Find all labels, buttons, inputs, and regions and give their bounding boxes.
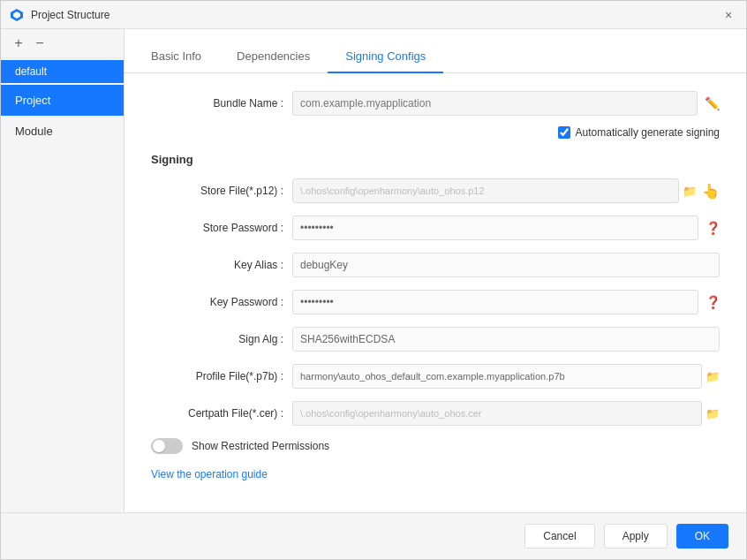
restricted-permissions-row: Show Restricted Permissions (151, 438, 720, 454)
tabs-bar: Basic Info Dependencies Signing Configs (124, 29, 746, 73)
window-title: Project Structure (31, 9, 720, 21)
certpath-file-row: Certpath File(*.cer) : 📁 (151, 401, 720, 426)
store-password-label: Store Password : (151, 222, 292, 234)
sidebar: + − default Project Module (1, 29, 124, 512)
store-password-wrapper: ❓ (292, 216, 720, 240)
apply-button[interactable]: Apply (604, 524, 668, 549)
profile-file-folder-icon[interactable]: 📁 (706, 370, 720, 383)
sign-alg-label: Sign Alg : (151, 333, 292, 345)
key-password-wrapper: ❓ (292, 290, 720, 314)
certpath-file-input[interactable] (292, 401, 702, 426)
sidebar-item-project[interactable]: Project (1, 85, 124, 116)
sidebar-item-module[interactable]: Module (1, 116, 124, 147)
remove-config-button[interactable]: − (31, 34, 49, 52)
bundle-name-label: Bundle Name : (151, 97, 292, 110)
profile-file-input[interactable] (292, 364, 702, 389)
store-file-input-wrapper: 📁 👆 (292, 178, 720, 203)
key-password-input-container (292, 290, 698, 314)
key-password-label: Key Password : (151, 296, 292, 308)
sidebar-controls: + − (1, 29, 124, 58)
sign-alg-row: Sign Alg : (151, 327, 720, 352)
titlebar: Project Structure × (1, 1, 746, 29)
key-password-row: Key Password : ❓ (151, 290, 720, 314)
tab-dependencies[interactable]: Dependencies (219, 41, 328, 73)
store-file-row: Store File(*.p12) : 📁 👆 (151, 178, 720, 203)
operation-guide-link[interactable]: View the operation guide (151, 468, 268, 481)
add-config-button[interactable]: + (10, 34, 27, 52)
store-password-row: Store Password : ❓ (151, 216, 720, 240)
sign-alg-wrapper (292, 327, 720, 352)
signing-config-panel: Bundle Name : ✏️ Automatically generate … (124, 73, 746, 512)
sign-alg-input-container (292, 327, 720, 352)
app-icon (10, 8, 24, 22)
restricted-permissions-label: Show Restricted Permissions (192, 440, 329, 452)
ok-button[interactable]: OK (676, 524, 728, 549)
auto-sign-row: Automatically generate signing (151, 126, 720, 139)
profile-file-label: Profile File(*.p7b) : (151, 370, 292, 382)
auto-sign-label: Automatically generate signing (576, 126, 720, 139)
key-password-input[interactable] (292, 290, 698, 314)
close-button[interactable]: × (720, 6, 737, 24)
bundle-name-row: Bundle Name : ✏️ (151, 91, 720, 116)
certpath-file-wrapper: 📁 (292, 401, 720, 426)
store-password-help-icon[interactable]: ❓ (706, 221, 720, 235)
signing-section-header: Signing (151, 153, 720, 166)
bundle-name-edit-icon[interactable]: ✏️ (705, 96, 720, 110)
fingerprint-icon[interactable]: 👆 (702, 183, 720, 200)
toggle-knob (153, 440, 165, 452)
store-file-folder-icon[interactable]: 📁 (683, 185, 697, 198)
footer: Cancel Apply OK (1, 512, 746, 559)
bundle-name-input-wrapper (292, 91, 698, 116)
bundle-name-input[interactable] (292, 91, 698, 116)
certpath-file-label: Certpath File(*.cer) : (151, 407, 292, 420)
profile-file-row: Profile File(*.p7b) : 📁 (151, 364, 720, 389)
key-alias-label: Key Alias : (151, 259, 292, 271)
certpath-file-input-container: 📁 (292, 401, 720, 426)
store-password-input-container (292, 216, 698, 240)
profile-file-wrapper: 📁 (292, 364, 720, 389)
sidebar-item-default[interactable]: default (1, 60, 124, 83)
tab-basic-info[interactable]: Basic Info (133, 41, 219, 73)
store-file-input-container: 📁 (292, 178, 697, 203)
store-file-label: Store File(*.p12) : (151, 185, 292, 197)
profile-file-input-container: 📁 (292, 364, 720, 389)
sign-alg-input[interactable] (292, 327, 720, 352)
store-file-input[interactable] (292, 178, 679, 203)
store-password-input[interactable] (292, 216, 698, 240)
key-alias-input[interactable] (292, 253, 720, 277)
key-alias-wrapper (292, 253, 720, 277)
restricted-permissions-toggle[interactable] (151, 438, 183, 454)
main-panel: Basic Info Dependencies Signing Configs … (124, 29, 746, 512)
certpath-folder-icon[interactable]: 📁 (706, 407, 720, 420)
cancel-button[interactable]: Cancel (524, 524, 594, 549)
key-alias-row: Key Alias : (151, 253, 720, 277)
auto-sign-checkbox[interactable] (558, 126, 570, 139)
key-password-help-icon[interactable]: ❓ (706, 295, 720, 309)
key-alias-input-container (292, 253, 720, 277)
tab-signing-configs[interactable]: Signing Configs (328, 41, 443, 73)
